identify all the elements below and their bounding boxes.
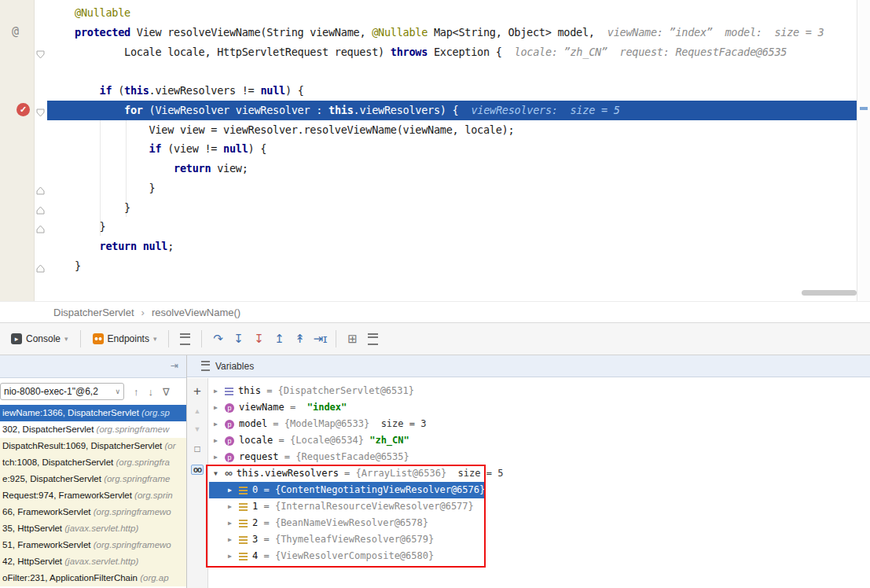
stack-frame[interactable]: e:925, DispatcherServlet (org.springfram… — [0, 471, 186, 487]
variable-row[interactable]: ▶prequest = {RequestFacade@6535} — [209, 449, 486, 465]
step-out-of-block-icon[interactable]: ↟ — [289, 329, 310, 349]
next-frame-icon[interactable]: ↓ — [149, 386, 154, 398]
code-token: } — [75, 220, 105, 233]
fold-marker-icon[interactable] — [36, 48, 45, 57]
fold-marker-icon[interactable] — [36, 184, 45, 193]
evaluate-icon[interactable]: □ — [194, 443, 200, 454]
stack-frame[interactable]: 66, FrameworkServlet (org.springframewo — [0, 504, 186, 520]
chevron-right-icon[interactable]: ▶ — [214, 383, 225, 399]
variable-row[interactable]: ▶4 = {ViewResolverComposite@6580} — [209, 548, 486, 564]
code-token: return — [174, 162, 211, 175]
stack-frame[interactable]: DispatchResult:1069, DispatcherServlet (… — [0, 438, 186, 454]
equals-sign: = — [261, 383, 278, 399]
fold-marker-icon[interactable] — [36, 204, 45, 212]
toolbar-separator — [80, 330, 81, 347]
force-step-into-icon[interactable]: ↧ — [248, 329, 269, 349]
mute-breakpoints-icon[interactable] — [368, 333, 378, 345]
variable-value: {ModelMap@6533} — [284, 416, 369, 432]
code-token: view; — [211, 162, 248, 175]
stack-frame[interactable]: 302, DispatcherServlet (org.springframew — [0, 421, 186, 438]
code-token: (view != — [161, 142, 223, 155]
code-line: return view; — [47, 159, 857, 178]
step-into-icon[interactable]: ↧ — [228, 329, 248, 349]
chevron-right-icon[interactable]: ▶ — [228, 548, 239, 564]
variable-row[interactable]: ▶pviewName = "index" — [209, 399, 486, 416]
step-over-icon[interactable]: ↷ — [207, 329, 228, 349]
chevron-right-icon[interactable]: ▶ — [214, 416, 225, 432]
tab-endpoints[interactable]: Endpoints ▾ — [86, 329, 163, 349]
variable-row[interactable]: ▶2 = {BeanNameViewResolver@6578} — [209, 515, 486, 531]
fold-marker-icon[interactable] — [36, 262, 45, 270]
previous-frame-icon[interactable]: ↑ — [134, 386, 139, 398]
variable-name: viewName — [239, 399, 284, 416]
code-token: View view = viewResolver.resolveViewName… — [75, 123, 514, 136]
chevron-down-icon[interactable]: ▼ — [214, 465, 225, 482]
fold-marker-icon[interactable] — [36, 222, 45, 231]
pin-icon[interactable]: ⇥ — [171, 360, 178, 371]
frame-location: 66, FrameworkServlet — [2, 507, 94, 516]
chevron-right-icon[interactable]: ▶ — [228, 515, 239, 531]
scroll-down-icon[interactable]: ▼ — [194, 425, 201, 433]
stack-frame[interactable]: 51, FrameworkServlet (org.springframewo — [0, 537, 186, 553]
run-to-cursor-icon[interactable]: ⇥ɪ — [310, 329, 330, 349]
filter-frames-icon[interactable]: ∇ — [163, 386, 170, 398]
thread-dropdown[interactable]: nio-8080-exec-1"@6,2 ∨ — [0, 383, 124, 400]
variable-value: {DispatcherServlet@6531} — [278, 383, 414, 399]
variable-row[interactable]: ▶pmodel = {ModelMap@6533} size = 3 — [209, 416, 486, 432]
variable-row[interactable]: ▶3 = {ThymeleafViewResolver@6579} — [209, 531, 486, 548]
chevron-right-icon[interactable]: ▶ — [214, 399, 225, 416]
frame-package: (org.springfra — [116, 458, 169, 467]
chevron-right-icon[interactable]: ▶ — [214, 449, 225, 465]
array-icon — [239, 520, 248, 527]
vertical-scrollbar[interactable] — [857, 0, 870, 301]
equals-sign: = — [279, 449, 296, 465]
variable-name: this.viewResolvers — [237, 465, 339, 482]
variable-size: size = 5 — [446, 465, 503, 482]
variable-row[interactable]: ▶this = {DispatcherServlet@6531} — [209, 383, 486, 399]
chevron-down-icon: ▾ — [153, 335, 157, 343]
code-token: null — [260, 84, 285, 97]
menu-icon[interactable] — [201, 361, 210, 371]
panel-divider[interactable] — [186, 355, 187, 588]
variable-value: {BeanNameViewResolver@6578} — [275, 515, 428, 531]
fold-marker-icon[interactable] — [36, 106, 45, 115]
chevron-right-icon[interactable]: ▶ — [228, 498, 239, 515]
code-token — [137, 240, 143, 252]
variable-row[interactable]: ▶1 = {InternalResourceViewResolver@6577} — [209, 498, 486, 515]
chevron-right-icon[interactable]: ▶ — [228, 482, 239, 498]
breadcrumb: DispatcherServlet›resolveViewName() — [0, 301, 870, 322]
stack-frame[interactable]: oFilter:231, ApplicationFilterChain (org… — [0, 570, 186, 586]
frame-location: oFilter:231, ApplicationFilterChain — [2, 573, 140, 582]
array-icon — [239, 536, 248, 544]
breadcrumb-method[interactable]: resolveViewName() — [152, 307, 240, 318]
step-out-icon[interactable]: ↥ — [269, 329, 289, 349]
scroll-up-icon[interactable]: ▲ — [194, 407, 201, 415]
code-line: return null; — [47, 237, 857, 256]
debug-actions: ↷↧↧↥↟⇥ɪ⊞ — [163, 329, 384, 349]
code-token: return — [100, 240, 137, 252]
layout-settings-icon[interactable] — [180, 333, 190, 345]
chevron-right-icon[interactable]: ▶ — [214, 432, 225, 449]
frame-location: 51, FrameworkServlet — [2, 540, 94, 549]
code-token: null — [223, 142, 248, 155]
stack-frame[interactable]: Request:974, FrameworkServlet (org.sprin — [0, 487, 186, 504]
breadcrumb-class[interactable]: DispatcherServlet — [53, 307, 134, 318]
stack-frame[interactable]: 42, HttpServlet (javax.servlet.http) — [0, 553, 186, 570]
tab-console[interactable]: ▸ Console ▾ — [5, 329, 75, 349]
frame-package: (org.sp — [141, 408, 170, 417]
stack-frame[interactable]: iewName:1366, DispatcherServlet (org.sp — [0, 405, 186, 421]
variable-value: {InternalResourceViewResolver@6577} — [275, 498, 474, 515]
variable-row[interactable]: ▶plocale = {Locale@6534} "zh_CN" — [209, 432, 486, 449]
horizontal-scrollbar-thumb[interactable] — [802, 290, 857, 296]
stack-frame[interactable]: 35, HttpServlet (javax.servlet.http) — [0, 520, 186, 537]
stack-frame[interactable]: tch:1008, DispatcherServlet (org.springf… — [0, 454, 186, 471]
variable-row[interactable]: ▶0 = {ContentNegotiatingViewResolver@657… — [209, 482, 486, 498]
variable-row[interactable]: ▼oothis.viewResolvers = {ArrayList@6536}… — [209, 465, 486, 482]
code-token: throws — [391, 46, 428, 58]
code-line: @Nullable — [47, 3, 857, 23]
add-watch-icon[interactable]: + — [193, 385, 201, 397]
show-watches-icon[interactable]: oo — [191, 465, 204, 475]
chevron-right-icon[interactable]: ▶ — [228, 531, 239, 548]
variable-string-value: "zh_CN" — [364, 432, 409, 449]
view-breakpoints-icon[interactable]: ⊞ — [342, 329, 362, 349]
